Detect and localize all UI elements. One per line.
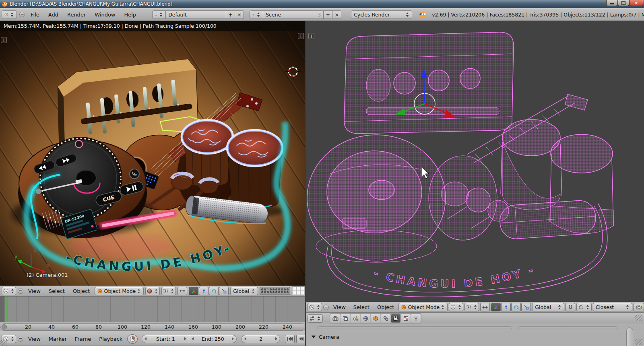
menu-view[interactable]: View	[25, 288, 44, 294]
region-expand-icon[interactable]: +	[308, 33, 314, 39]
menu-frame[interactable]: Frame	[72, 336, 95, 342]
snap-target-dropdown[interactable]: Closest	[593, 303, 632, 311]
current-frame-field[interactable]: 2	[242, 335, 280, 343]
scene-add-button[interactable]: +	[324, 10, 332, 19]
tab-constraints[interactable]	[381, 314, 390, 323]
menu-window[interactable]: Window	[91, 12, 118, 18]
blender-logo	[419, 11, 426, 19]
camera-panel-header[interactable]: Camera	[312, 334, 339, 340]
increment-icon[interactable]	[275, 337, 277, 340]
editor-type-button-3dview[interactable]	[308, 303, 322, 311]
start-frame-field[interactable]: Start: 1	[142, 335, 189, 343]
maximize-button[interactable]	[618, 0, 629, 6]
collapse-menus-button[interactable]: −	[18, 336, 23, 342]
tab-render-layers[interactable]	[341, 314, 350, 323]
menu-view[interactable]: View	[330, 304, 349, 310]
end-frame-field[interactable]: End: 250	[189, 335, 237, 343]
collapse-menus-button[interactable]: −	[323, 305, 329, 310]
translate-manipulator-button[interactable]	[199, 287, 208, 295]
editor-type-button-properties[interactable]	[308, 314, 323, 323]
scene-browse-button[interactable]	[250, 10, 263, 19]
translate-manipulator-button[interactable]	[501, 303, 511, 311]
tab-scene[interactable]	[351, 314, 360, 323]
scene-delete-button[interactable]: ×	[332, 10, 341, 19]
properties-body[interactable]: Camera	[306, 324, 644, 346]
pivot-point-dropdown[interactable]	[161, 287, 176, 295]
mode-dropdown[interactable]: Object Mode	[95, 287, 144, 295]
snap-element-icon	[578, 305, 584, 310]
corner-grip[interactable]	[635, 339, 642, 345]
menu-playback[interactable]: Playback	[96, 336, 126, 342]
tab-render[interactable]	[330, 314, 340, 323]
close-button[interactable]: ×	[630, 0, 643, 6]
collapsed-panel-strip[interactable]	[317, 326, 512, 329]
screen-layout-field[interactable]: Default	[166, 10, 226, 19]
screen-layout-add-button[interactable]: +	[226, 10, 235, 19]
scene-field[interactable]: Scene 3	[263, 10, 324, 19]
snap-element-dropdown[interactable]	[576, 303, 591, 311]
menu-render[interactable]: Render	[64, 12, 89, 18]
playback-sync-button[interactable]	[127, 334, 138, 344]
scale-manipulator-button[interactable]	[219, 287, 229, 295]
corner-grip[interactable]	[0, 340, 7, 346]
collapse-menus-button[interactable]: −	[18, 288, 23, 294]
tab-object-data-camera[interactable]	[391, 314, 400, 323]
decrement-icon[interactable]	[192, 337, 194, 340]
pitch-knob[interactable]	[75, 140, 83, 148]
screen-layout-delete-button[interactable]: ×	[235, 10, 244, 19]
timeline-header: − View Marker Frame Playback Start: 1 En…	[0, 332, 306, 346]
menu-object[interactable]: Object	[70, 288, 93, 294]
collapsed-panel-strip[interactable]	[518, 326, 617, 329]
timeline-track[interactable]	[0, 296, 306, 322]
manipulator-toggle-button[interactable]	[491, 303, 501, 311]
menu-object[interactable]: Object	[374, 304, 397, 310]
viewport-shading-dropdown[interactable]	[145, 287, 160, 295]
scale-manipulator-button[interactable]	[521, 303, 531, 311]
timeline-ruler[interactable]: 20 40 60 80 100 120 140 160 180 200 220 …	[0, 322, 306, 332]
manipulate-center-points-button[interactable]	[480, 303, 490, 311]
pivot-point-dropdown[interactable]	[464, 303, 479, 311]
menu-file[interactable]: File	[27, 12, 43, 18]
properties-scrollbar[interactable]	[626, 327, 633, 346]
region-expand-left-icon[interactable]: +	[1, 37, 7, 43]
mode-spinner-icon	[441, 305, 445, 310]
editor-type-button-3dview[interactable]	[2, 287, 16, 295]
layers-widget[interactable]	[260, 287, 290, 295]
manipulator-toggle-button[interactable]	[189, 287, 198, 295]
collapse-menus-button[interactable]: −	[19, 12, 25, 17]
tab-object[interactable]	[371, 314, 380, 323]
menu-help[interactable]: Help	[121, 12, 139, 18]
jump-to-start-button[interactable]	[285, 335, 295, 343]
editor-type-button[interactable]	[2, 10, 17, 19]
menu-select[interactable]: Select	[350, 304, 373, 310]
titlebar[interactable]: Blender [D:\SALVAS Blender\CHANGUI\My Gu…	[0, 0, 644, 8]
render-engine-dropdown[interactable]: Cycles Render	[351, 10, 412, 19]
increment-icon[interactable]	[232, 337, 234, 340]
wireframe-viewport[interactable]: - CHANGUI DE HOY - +	[306, 21, 644, 302]
screen-layout-browse-button[interactable]	[152, 10, 166, 19]
transform-orientation-dropdown[interactable]: Global	[532, 303, 564, 311]
decrement-icon[interactable]	[244, 337, 246, 340]
snap-toggle-button[interactable]	[566, 303, 575, 311]
manipulate-center-points-button[interactable]	[178, 287, 187, 295]
menu-select[interactable]: Select	[45, 288, 68, 294]
region-grip[interactable]	[635, 315, 642, 321]
tab-texture[interactable]	[401, 314, 411, 323]
transform-orientation-dropdown[interactable]: Global	[230, 287, 258, 295]
tab-physics[interactable]	[411, 314, 421, 323]
menu-marker[interactable]: Marker	[45, 336, 70, 342]
tab-world[interactable]	[361, 314, 370, 323]
rotate-manipulator-button[interactable]	[511, 303, 521, 311]
render-viewport[interactable]: CUE TAP	[0, 21, 306, 286]
region-expand-right-icon[interactable]: +	[298, 33, 304, 39]
viewport-shading-dropdown[interactable]	[449, 303, 463, 311]
increment-icon[interactable]	[184, 337, 186, 340]
mode-dropdown[interactable]: Object Mode	[398, 303, 448, 311]
current-frame-playhead[interactable]	[6, 297, 8, 322]
opengl-render-button[interactable]	[634, 303, 644, 311]
menu-add[interactable]: Add	[45, 12, 62, 18]
menu-view[interactable]: View	[25, 336, 44, 342]
rotate-manipulator-button[interactable]	[209, 287, 219, 295]
minimize-button[interactable]	[606, 0, 617, 6]
decrement-icon[interactable]	[144, 337, 147, 340]
